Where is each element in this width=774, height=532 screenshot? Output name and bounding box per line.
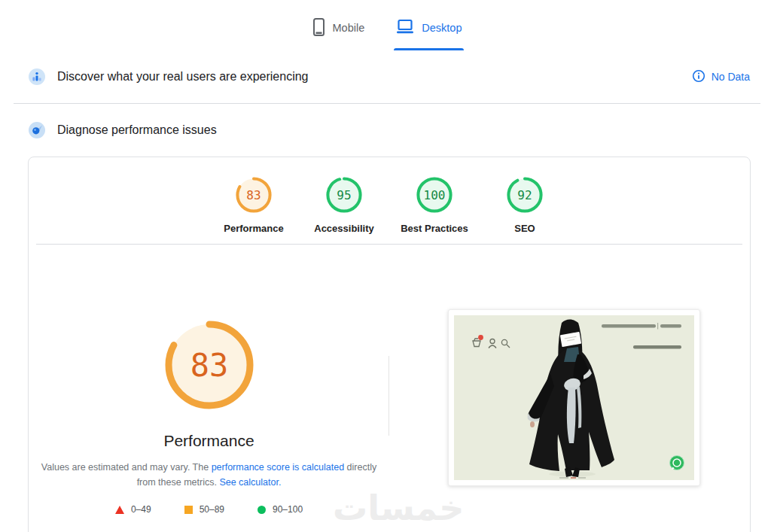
khamsat-watermark: خمسات (333, 488, 464, 528)
score-legend: 0–49 50–89 90–100 (115, 504, 303, 515)
desktop-laptop-icon (396, 19, 414, 38)
performance-gauge-icon: 83 (164, 320, 254, 410)
info-icon (692, 69, 705, 85)
thumb-cart-badge (478, 335, 483, 340)
no-data-label: No Data (712, 71, 750, 83)
gauge-performance-icon: 83 (236, 177, 272, 213)
performance-score-gauge: 83 (164, 320, 254, 413)
thumb-footer-text (559, 477, 586, 479)
tab-mobile[interactable]: Mobile (310, 20, 367, 50)
svg-text:83: 83 (190, 347, 228, 384)
lab-data-row: Diagnose performance issues (0, 104, 774, 157)
category-gauge-performance[interactable]: 83 Performance (209, 177, 299, 234)
category-label: SEO (514, 223, 535, 234)
svg-text:95: 95 (337, 188, 351, 202)
svg-text:100: 100 (424, 188, 446, 202)
tab-desktop-label: Desktop (422, 22, 462, 34)
column-divider (389, 356, 389, 436)
score-disclaimer: Values are estimated and may vary. The p… (40, 460, 379, 490)
category-scores-row: 83 Performance 95 Accessibility 100 Best… (29, 157, 750, 234)
gauge-best-practices-icon: 100 (416, 177, 453, 213)
svg-text:92: 92 (517, 188, 532, 202)
category-label: Best Practices (401, 223, 468, 234)
field-data-title: Discover what your real users are experi… (57, 70, 308, 84)
mobile-phone-icon (312, 17, 325, 39)
legend-range-label: 0–49 (131, 504, 151, 515)
tab-desktop[interactable]: Desktop (394, 20, 464, 50)
site-screenshot-thumbnail[interactable] (448, 309, 700, 486)
device-tabs: Mobile Desktop (0, 0, 774, 50)
site-screenshot-image (454, 315, 694, 480)
real-users-icon (29, 68, 45, 85)
legend-range-label: 50–89 (200, 504, 224, 515)
average-square-icon (184, 506, 193, 514)
field-data-row: Discover what your real users are experi… (0, 50, 774, 103)
score-calc-link[interactable]: performance score is calculated (212, 462, 344, 473)
category-label: Accessibility (314, 223, 374, 234)
good-circle-icon (257, 506, 266, 514)
performance-title: Performance (163, 432, 254, 450)
legend-good-range: 90–100 (257, 504, 303, 515)
legend-fail-range: 0–49 (115, 504, 151, 515)
category-label: Performance (224, 223, 283, 234)
category-gauge-best-practices[interactable]: 100 Best Practices (389, 177, 480, 234)
category-gauge-accessibility[interactable]: 95 Accessibility (299, 177, 389, 234)
lighthouse-beacon-icon (29, 122, 45, 138)
fail-triangle-icon (115, 506, 124, 514)
performance-summary-column: 83 Performance Values are estimated and … (29, 245, 389, 515)
category-gauge-seo[interactable]: 92 SEO (480, 177, 570, 234)
tab-mobile-label: Mobile (333, 22, 365, 34)
lab-data-title: Diagnose performance issues (57, 123, 217, 137)
whatsapp-icon (670, 456, 684, 470)
gauge-seo-icon: 92 (507, 177, 543, 213)
lighthouse-report-card: 83 Performance 95 Accessibility 100 Best… (28, 157, 751, 532)
see-calculator-link[interactable]: See calculator. (219, 477, 281, 488)
no-data-link[interactable]: No Data (692, 69, 774, 85)
legend-average-range: 50–89 (184, 504, 224, 515)
legend-range-label: 90–100 (273, 504, 303, 515)
disclaimer-text: Values are estimated and may vary. The (41, 462, 212, 473)
gauge-accessibility-icon: 95 (326, 177, 362, 213)
svg-text:83: 83 (246, 188, 261, 202)
